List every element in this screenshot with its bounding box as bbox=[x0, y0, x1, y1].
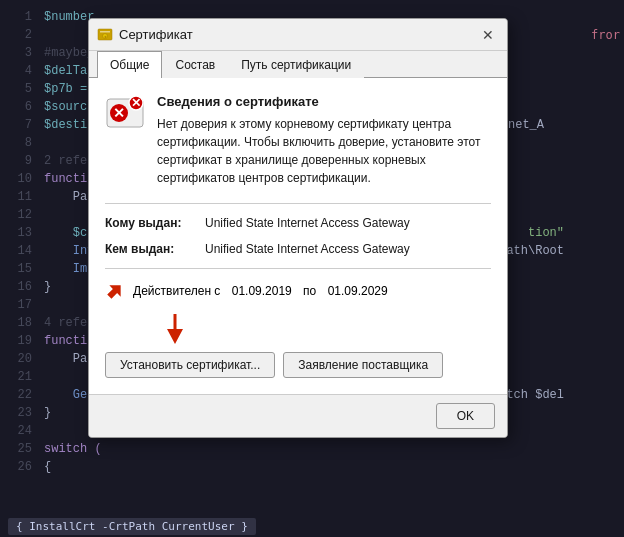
issued-by-row: Кем выдан: Unified State Internet Access… bbox=[105, 242, 491, 256]
validity-row: Действителен с 01.09.2019 по 01.09.2029 bbox=[105, 281, 491, 301]
down-arrow-icon bbox=[165, 309, 215, 344]
issued-to-label: Кому выдан: bbox=[105, 216, 205, 230]
valid-to: 01.09.2029 bbox=[328, 284, 388, 298]
issued-to-row: Кому выдан: Unified State Internet Acces… bbox=[105, 216, 491, 230]
tab-details[interactable]: Состав bbox=[162, 51, 228, 78]
dialog-tabs: Общие Состав Путь сертификации bbox=[89, 51, 507, 78]
issued-to-value: Unified State Internet Access Gateway bbox=[205, 216, 410, 230]
issued-by-label: Кем выдан: bbox=[105, 242, 205, 256]
install-certificate-button[interactable]: Установить сертификат... bbox=[105, 352, 275, 378]
status-item-1: { InstallCrt -CrtPath CurrentUser } bbox=[8, 518, 256, 535]
certificate-dialog: ★ Сертификат ✕ Общие Состав Путь сертифи… bbox=[88, 18, 508, 438]
warning-text-container: Сведения о сертификате Нет доверия к это… bbox=[157, 94, 491, 187]
warning-header: Сведения о сертификате bbox=[157, 94, 491, 109]
action-buttons-row: Установить сертификат... Заявление поста… bbox=[105, 352, 491, 378]
issued-by-value: Unified State Internet Access Gateway bbox=[205, 242, 410, 256]
tab-general[interactable]: Общие bbox=[97, 51, 162, 78]
divider-2 bbox=[105, 268, 491, 269]
valid-label: Действителен с bbox=[133, 284, 220, 298]
title-left: ★ Сертификат bbox=[97, 27, 193, 43]
valid-from: 01.09.2019 bbox=[232, 284, 292, 298]
valid-to-word: по bbox=[303, 284, 316, 298]
dialog-content: ✕ ✕ Сведения о сертификате Нет доверия к… bbox=[89, 78, 507, 394]
certificate-icon: ★ bbox=[97, 27, 113, 43]
divider-1 bbox=[105, 203, 491, 204]
ok-row: OK bbox=[89, 394, 507, 437]
warning-icon: ✕ ✕ bbox=[105, 94, 145, 134]
warning-section: ✕ ✕ Сведения о сертификате Нет доверия к… bbox=[105, 94, 491, 187]
provider-statement-button[interactable]: Заявление поставщика bbox=[283, 352, 443, 378]
close-button[interactable]: ✕ bbox=[477, 24, 499, 46]
svg-text:✕: ✕ bbox=[131, 96, 141, 110]
svg-text:✕: ✕ bbox=[113, 105, 125, 121]
svg-rect-1 bbox=[100, 31, 110, 33]
dialog-titlebar: ★ Сертификат ✕ bbox=[89, 19, 507, 51]
warning-body: Нет доверия к этому корневому сертификат… bbox=[157, 115, 491, 187]
svg-marker-10 bbox=[167, 329, 183, 344]
tab-cert-path[interactable]: Путь сертификации bbox=[228, 51, 364, 78]
ok-button[interactable]: OK bbox=[436, 403, 495, 429]
status-bar: { InstallCrt -CrtPath CurrentUser } bbox=[0, 515, 624, 537]
arrow-container bbox=[105, 309, 491, 344]
dialog-title: Сертификат bbox=[119, 27, 193, 42]
arrow-icon bbox=[105, 281, 125, 301]
svg-text:★: ★ bbox=[104, 34, 107, 38]
